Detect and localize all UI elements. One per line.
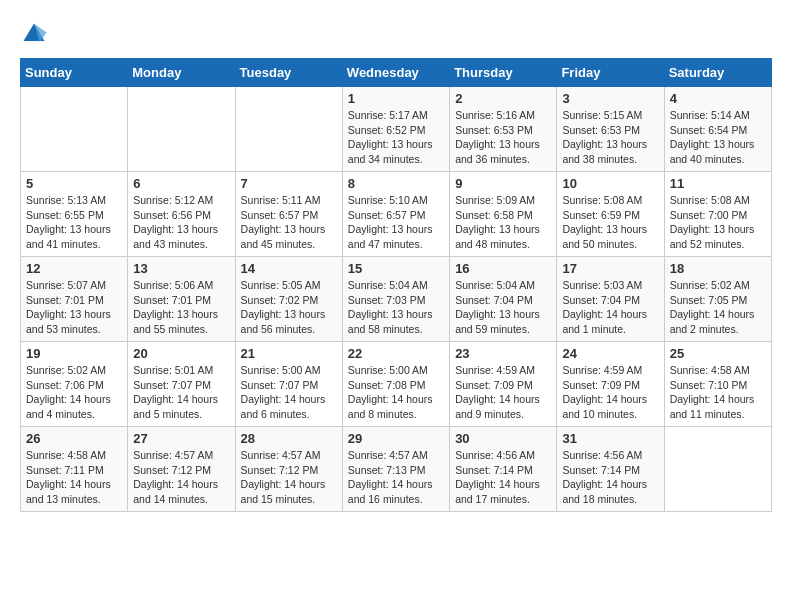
day-info: Sunrise: 5:12 AMSunset: 6:56 PMDaylight:… xyxy=(133,193,229,252)
calendar-header-friday: Friday xyxy=(557,59,664,87)
day-info: Sunrise: 5:15 AMSunset: 6:53 PMDaylight:… xyxy=(562,108,658,167)
calendar-week-5: 26Sunrise: 4:58 AMSunset: 7:11 PMDayligh… xyxy=(21,427,772,512)
day-info: Sunrise: 5:10 AMSunset: 6:57 PMDaylight:… xyxy=(348,193,444,252)
calendar-cell: 7Sunrise: 5:11 AMSunset: 6:57 PMDaylight… xyxy=(235,172,342,257)
day-info: Sunrise: 5:09 AMSunset: 6:58 PMDaylight:… xyxy=(455,193,551,252)
calendar-cell: 26Sunrise: 4:58 AMSunset: 7:11 PMDayligh… xyxy=(21,427,128,512)
day-info: Sunrise: 5:02 AMSunset: 7:05 PMDaylight:… xyxy=(670,278,766,337)
calendar-cell: 9Sunrise: 5:09 AMSunset: 6:58 PMDaylight… xyxy=(450,172,557,257)
day-number: 24 xyxy=(562,346,658,361)
day-number: 31 xyxy=(562,431,658,446)
calendar-cell: 30Sunrise: 4:56 AMSunset: 7:14 PMDayligh… xyxy=(450,427,557,512)
day-info: Sunrise: 5:06 AMSunset: 7:01 PMDaylight:… xyxy=(133,278,229,337)
calendar-cell: 25Sunrise: 4:58 AMSunset: 7:10 PMDayligh… xyxy=(664,342,771,427)
day-info: Sunrise: 4:57 AMSunset: 7:12 PMDaylight:… xyxy=(133,448,229,507)
day-number: 27 xyxy=(133,431,229,446)
day-info: Sunrise: 4:58 AMSunset: 7:10 PMDaylight:… xyxy=(670,363,766,422)
day-number: 29 xyxy=(348,431,444,446)
day-info: Sunrise: 5:01 AMSunset: 7:07 PMDaylight:… xyxy=(133,363,229,422)
day-number: 4 xyxy=(670,91,766,106)
day-number: 19 xyxy=(26,346,122,361)
calendar-cell: 23Sunrise: 4:59 AMSunset: 7:09 PMDayligh… xyxy=(450,342,557,427)
calendar-cell xyxy=(128,87,235,172)
calendar-cell: 16Sunrise: 5:04 AMSunset: 7:04 PMDayligh… xyxy=(450,257,557,342)
day-number: 8 xyxy=(348,176,444,191)
page-header xyxy=(20,20,772,48)
calendar-cell: 21Sunrise: 5:00 AMSunset: 7:07 PMDayligh… xyxy=(235,342,342,427)
calendar-cell: 18Sunrise: 5:02 AMSunset: 7:05 PMDayligh… xyxy=(664,257,771,342)
day-number: 1 xyxy=(348,91,444,106)
calendar-week-1: 1Sunrise: 5:17 AMSunset: 6:52 PMDaylight… xyxy=(21,87,772,172)
calendar-cell: 31Sunrise: 4:56 AMSunset: 7:14 PMDayligh… xyxy=(557,427,664,512)
calendar-cell: 20Sunrise: 5:01 AMSunset: 7:07 PMDayligh… xyxy=(128,342,235,427)
calendar-cell: 10Sunrise: 5:08 AMSunset: 6:59 PMDayligh… xyxy=(557,172,664,257)
calendar-week-3: 12Sunrise: 5:07 AMSunset: 7:01 PMDayligh… xyxy=(21,257,772,342)
calendar-cell: 8Sunrise: 5:10 AMSunset: 6:57 PMDaylight… xyxy=(342,172,449,257)
calendar-cell: 5Sunrise: 5:13 AMSunset: 6:55 PMDaylight… xyxy=(21,172,128,257)
day-info: Sunrise: 4:56 AMSunset: 7:14 PMDaylight:… xyxy=(562,448,658,507)
calendar-cell: 11Sunrise: 5:08 AMSunset: 7:00 PMDayligh… xyxy=(664,172,771,257)
day-info: Sunrise: 5:16 AMSunset: 6:53 PMDaylight:… xyxy=(455,108,551,167)
calendar-cell: 17Sunrise: 5:03 AMSunset: 7:04 PMDayligh… xyxy=(557,257,664,342)
day-number: 26 xyxy=(26,431,122,446)
day-info: Sunrise: 5:04 AMSunset: 7:03 PMDaylight:… xyxy=(348,278,444,337)
calendar-header-row: SundayMondayTuesdayWednesdayThursdayFrid… xyxy=(21,59,772,87)
day-info: Sunrise: 4:57 AMSunset: 7:12 PMDaylight:… xyxy=(241,448,337,507)
day-number: 28 xyxy=(241,431,337,446)
day-number: 5 xyxy=(26,176,122,191)
calendar-cell: 27Sunrise: 4:57 AMSunset: 7:12 PMDayligh… xyxy=(128,427,235,512)
day-info: Sunrise: 5:08 AMSunset: 7:00 PMDaylight:… xyxy=(670,193,766,252)
calendar-header-tuesday: Tuesday xyxy=(235,59,342,87)
calendar-cell: 4Sunrise: 5:14 AMSunset: 6:54 PMDaylight… xyxy=(664,87,771,172)
day-info: Sunrise: 4:56 AMSunset: 7:14 PMDaylight:… xyxy=(455,448,551,507)
calendar-cell: 15Sunrise: 5:04 AMSunset: 7:03 PMDayligh… xyxy=(342,257,449,342)
day-info: Sunrise: 5:00 AMSunset: 7:07 PMDaylight:… xyxy=(241,363,337,422)
calendar-cell xyxy=(664,427,771,512)
day-info: Sunrise: 5:05 AMSunset: 7:02 PMDaylight:… xyxy=(241,278,337,337)
day-info: Sunrise: 4:59 AMSunset: 7:09 PMDaylight:… xyxy=(562,363,658,422)
calendar-cell: 28Sunrise: 4:57 AMSunset: 7:12 PMDayligh… xyxy=(235,427,342,512)
calendar-table: SundayMondayTuesdayWednesdayThursdayFrid… xyxy=(20,58,772,512)
calendar-header-saturday: Saturday xyxy=(664,59,771,87)
calendar-cell xyxy=(21,87,128,172)
day-number: 3 xyxy=(562,91,658,106)
calendar-cell: 19Sunrise: 5:02 AMSunset: 7:06 PMDayligh… xyxy=(21,342,128,427)
calendar-cell: 1Sunrise: 5:17 AMSunset: 6:52 PMDaylight… xyxy=(342,87,449,172)
day-info: Sunrise: 5:13 AMSunset: 6:55 PMDaylight:… xyxy=(26,193,122,252)
calendar-week-4: 19Sunrise: 5:02 AMSunset: 7:06 PMDayligh… xyxy=(21,342,772,427)
day-info: Sunrise: 5:03 AMSunset: 7:04 PMDaylight:… xyxy=(562,278,658,337)
day-number: 12 xyxy=(26,261,122,276)
calendar-header-thursday: Thursday xyxy=(450,59,557,87)
calendar-header-monday: Monday xyxy=(128,59,235,87)
day-number: 20 xyxy=(133,346,229,361)
day-number: 21 xyxy=(241,346,337,361)
logo xyxy=(20,20,52,48)
day-number: 6 xyxy=(133,176,229,191)
day-info: Sunrise: 5:07 AMSunset: 7:01 PMDaylight:… xyxy=(26,278,122,337)
day-number: 22 xyxy=(348,346,444,361)
calendar-cell: 12Sunrise: 5:07 AMSunset: 7:01 PMDayligh… xyxy=(21,257,128,342)
calendar-header-wednesday: Wednesday xyxy=(342,59,449,87)
day-info: Sunrise: 5:17 AMSunset: 6:52 PMDaylight:… xyxy=(348,108,444,167)
day-number: 10 xyxy=(562,176,658,191)
day-info: Sunrise: 5:08 AMSunset: 6:59 PMDaylight:… xyxy=(562,193,658,252)
day-info: Sunrise: 5:04 AMSunset: 7:04 PMDaylight:… xyxy=(455,278,551,337)
calendar-cell: 29Sunrise: 4:57 AMSunset: 7:13 PMDayligh… xyxy=(342,427,449,512)
calendar-cell: 6Sunrise: 5:12 AMSunset: 6:56 PMDaylight… xyxy=(128,172,235,257)
day-info: Sunrise: 5:11 AMSunset: 6:57 PMDaylight:… xyxy=(241,193,337,252)
calendar-cell: 3Sunrise: 5:15 AMSunset: 6:53 PMDaylight… xyxy=(557,87,664,172)
calendar-header-sunday: Sunday xyxy=(21,59,128,87)
calendar-cell: 13Sunrise: 5:06 AMSunset: 7:01 PMDayligh… xyxy=(128,257,235,342)
calendar-cell: 14Sunrise: 5:05 AMSunset: 7:02 PMDayligh… xyxy=(235,257,342,342)
calendar-week-2: 5Sunrise: 5:13 AMSunset: 6:55 PMDaylight… xyxy=(21,172,772,257)
day-info: Sunrise: 5:14 AMSunset: 6:54 PMDaylight:… xyxy=(670,108,766,167)
day-info: Sunrise: 5:02 AMSunset: 7:06 PMDaylight:… xyxy=(26,363,122,422)
calendar-cell: 24Sunrise: 4:59 AMSunset: 7:09 PMDayligh… xyxy=(557,342,664,427)
day-number: 2 xyxy=(455,91,551,106)
day-info: Sunrise: 4:58 AMSunset: 7:11 PMDaylight:… xyxy=(26,448,122,507)
day-info: Sunrise: 4:59 AMSunset: 7:09 PMDaylight:… xyxy=(455,363,551,422)
day-number: 16 xyxy=(455,261,551,276)
day-number: 18 xyxy=(670,261,766,276)
calendar-cell: 22Sunrise: 5:00 AMSunset: 7:08 PMDayligh… xyxy=(342,342,449,427)
day-number: 17 xyxy=(562,261,658,276)
